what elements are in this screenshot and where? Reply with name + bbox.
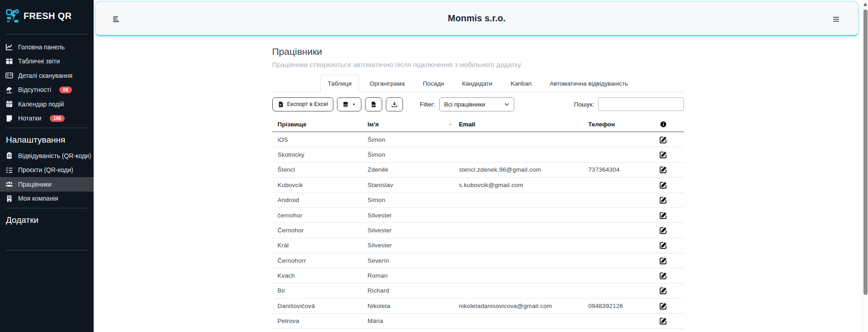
sidebar-item[interactable]: Календар подій xyxy=(0,97,94,111)
app-links xyxy=(0,229,94,244)
edit-icon xyxy=(659,272,667,279)
table-row: iOS Šimon xyxy=(272,132,684,147)
column-header-phone[interactable]: Телефон xyxy=(586,121,658,128)
count-badge: 195 xyxy=(50,115,65,122)
sidebar-item-label: Проєкти (QR-коди) xyxy=(18,166,73,173)
edit-row-button[interactable] xyxy=(659,136,667,144)
cell-email: nikoletadanisovicova@gmail.com xyxy=(456,303,586,309)
edit-row-button[interactable] xyxy=(659,151,667,159)
edit-row-button[interactable] xyxy=(659,166,667,173)
table-icon xyxy=(5,58,13,65)
toolbar-button[interactable]: PDF xyxy=(365,97,382,111)
scroll-up-icon[interactable] xyxy=(863,3,867,6)
table-row: Kvach Roman xyxy=(272,268,684,283)
sidebar-item[interactable]: Деталі сканування xyxy=(0,68,94,83)
cell-surname: černohor xyxy=(278,212,368,219)
filter-select[interactable]: Всі працівники xyxy=(439,97,514,111)
column-header-name[interactable]: Ім'я xyxy=(368,121,456,128)
tab[interactable]: Таблиця xyxy=(320,75,360,92)
sidebar-item[interactable]: Табличні звіти xyxy=(0,54,94,69)
scrollbar-thumb[interactable] xyxy=(863,10,868,295)
edit-row-button[interactable] xyxy=(659,226,667,234)
note-icon xyxy=(5,115,13,122)
edit-row-button[interactable] xyxy=(659,181,667,189)
edit-row-button[interactable] xyxy=(659,287,667,294)
cell-surname: Petrova xyxy=(278,318,368,324)
tab[interactable]: Автоматична відвідуваність xyxy=(542,75,636,92)
sidebar-item-label: Календар подій xyxy=(18,101,64,108)
menu-icon[interactable] xyxy=(832,15,840,23)
search-group: Пошук: xyxy=(574,97,683,111)
table-row: Král Silvester xyxy=(272,238,684,253)
cell-name: Mária xyxy=(368,318,456,324)
sidebar-item[interactable]: Відвідуваність (QR-коди) xyxy=(0,149,94,163)
cell-surname: Černohorr xyxy=(278,257,368,264)
edit-row-button[interactable] xyxy=(659,212,667,219)
sidebar-item[interactable]: Моя компанія xyxy=(0,192,94,206)
topbar-card: Monmis s.r.o. xyxy=(95,1,859,36)
info-icon[interactable] xyxy=(660,121,667,128)
tab[interactable]: Посади xyxy=(415,75,452,92)
scrollbar[interactable] xyxy=(862,0,868,332)
toolbar: Експорт в Excel PDF Filter: xyxy=(272,97,684,111)
sidebar-item-label: Табличні звіти xyxy=(18,58,60,65)
cell-surname: Bir xyxy=(278,287,368,294)
chevron-down-icon xyxy=(504,101,510,107)
edit-icon xyxy=(659,302,667,310)
tab[interactable]: Органіграма xyxy=(362,75,412,92)
settings-section-heading: Налаштування xyxy=(0,130,94,149)
cell-surname: Kubovcik xyxy=(278,182,368,188)
column-header-email[interactable]: Email xyxy=(456,121,586,128)
edit-icon xyxy=(659,166,667,173)
cell-email: s.kubovcik@gmail.com xyxy=(456,182,586,188)
tab-label: Автоматична відвідуваність xyxy=(550,80,628,87)
tab[interactable]: Кандидати xyxy=(455,75,500,92)
edit-row-button[interactable] xyxy=(659,196,667,204)
toolbar-button[interactable] xyxy=(386,97,403,111)
edit-row-button[interactable] xyxy=(659,257,667,265)
sort-descending-icon[interactable] xyxy=(448,122,453,127)
cell-phone: 737364304 xyxy=(586,166,658,173)
cell-surname: Android xyxy=(278,197,368,203)
line-chart-icon xyxy=(5,43,13,51)
table-row: Bir Richard xyxy=(272,284,684,298)
apps-section-heading: Додатки xyxy=(0,211,94,229)
tab-label: Посади xyxy=(423,80,444,87)
toolbar-button[interactable] xyxy=(337,97,361,111)
toolbar-button-label: Експорт в Excel xyxy=(287,101,328,107)
database-icon xyxy=(342,101,349,108)
toolbar-button[interactable]: Експорт в Excel xyxy=(272,97,333,111)
edit-row-button[interactable] xyxy=(659,272,667,279)
cell-name: Silvester xyxy=(368,227,456,234)
page-title: Працівники xyxy=(272,46,684,57)
caret-down-icon xyxy=(352,102,356,106)
edit-icon xyxy=(659,257,667,265)
column-header-surname[interactable]: Прізвище xyxy=(278,121,368,128)
search-input[interactable] xyxy=(598,97,684,111)
edit-icon xyxy=(659,151,667,159)
tab-bar: Таблиця Органіграма Посади Кандидати Kan… xyxy=(272,75,684,92)
edit-icon xyxy=(659,226,667,234)
sidebar-item[interactable]: Працівники xyxy=(0,177,94,192)
edit-row-button[interactable] xyxy=(659,302,667,310)
qr-logo-icon xyxy=(6,9,19,23)
edit-row-button[interactable] xyxy=(659,241,667,249)
divider xyxy=(6,250,88,250)
table-row: Černohorr Severín xyxy=(272,253,684,268)
divider xyxy=(6,34,88,34)
main-area: Monmis s.r.o. Працівники Працівники ство… xyxy=(94,0,862,332)
tab[interactable]: Kanban xyxy=(503,75,540,92)
cell-surname: Černohor xyxy=(278,227,368,234)
count-badge: 66 xyxy=(59,87,72,94)
brand-logo[interactable]: FRESH QR xyxy=(0,0,94,23)
cell-surname: Kvach xyxy=(278,272,368,279)
edit-icon xyxy=(659,317,667,325)
edit-row-button[interactable] xyxy=(659,317,667,325)
cell-name: Šimon xyxy=(368,151,456,158)
sidebar-item[interactable]: Проєкти (QR-коди) xyxy=(0,163,94,178)
sidebar-item[interactable]: Відсутності 66 xyxy=(0,83,94,97)
table-row: Štencl Zdeněk stencl.zdenek.96@gmail.com… xyxy=(272,163,684,178)
sidebar-item[interactable]: Головна панель xyxy=(0,40,94,54)
table-header-row: Прізвище Ім'я Email Телефон xyxy=(272,117,684,132)
sidebar-item[interactable]: Нотатки 195 xyxy=(0,111,94,126)
